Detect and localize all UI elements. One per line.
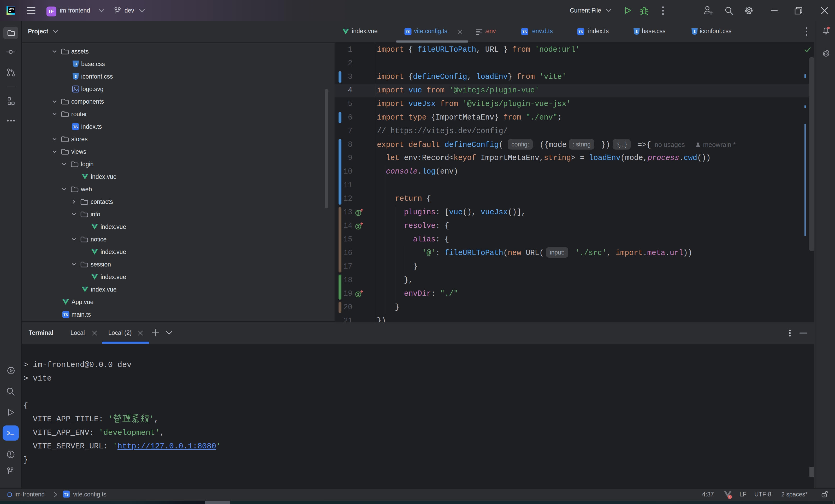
svg-text:TS: TS bbox=[522, 30, 527, 34]
svg-text:!: ! bbox=[729, 495, 730, 499]
svg-text:3: 3 bbox=[75, 62, 77, 66]
svg-text:3: 3 bbox=[75, 74, 77, 79]
svg-text:3: 3 bbox=[636, 29, 638, 34]
svg-text:3: 3 bbox=[694, 29, 696, 34]
svg-text:TS: TS bbox=[63, 313, 68, 317]
svg-text:TS: TS bbox=[406, 30, 410, 34]
svg-text:TS: TS bbox=[578, 30, 583, 34]
svg-text:TS: TS bbox=[73, 125, 78, 129]
svg-text:WS: WS bbox=[9, 7, 14, 11]
svg-text:TS: TS bbox=[64, 492, 69, 497]
